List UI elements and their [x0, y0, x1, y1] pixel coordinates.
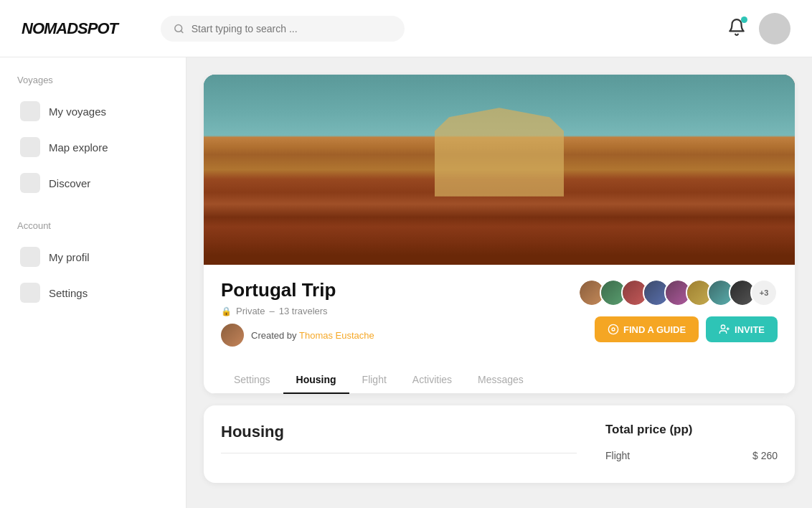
map-explore-icon — [20, 137, 40, 157]
sidebar-label-my-voyages: My voyages — [49, 105, 106, 118]
search-input[interactable] — [192, 23, 392, 34]
discover-icon — [20, 173, 40, 193]
svg-rect-12 — [254, 181, 297, 265]
svg-rect-10 — [204, 175, 795, 265]
svg-point-34 — [608, 324, 618, 334]
svg-rect-8 — [449, 126, 550, 135]
housing-left: Housing — [221, 423, 577, 466]
sidebar: Voyages My voyages Map explore Discover … — [0, 57, 187, 508]
hero-svg — [204, 75, 795, 265]
svg-rect-22 — [723, 179, 759, 265]
housing-right: Total price (pp) Flight $ 260 — [605, 423, 778, 466]
find-guide-button[interactable]: FIND A GUIDE — [595, 316, 699, 342]
creator-name[interactable]: Thomas Eustache — [299, 330, 374, 341]
sidebar-item-my-voyages[interactable]: My voyages — [11, 94, 174, 128]
svg-rect-19 — [611, 188, 651, 265]
voyages-title: Voyages — [11, 75, 174, 85]
profil-icon — [20, 247, 40, 267]
svg-point-33 — [494, 151, 505, 163]
layout: Voyages My voyages Map explore Discover … — [0, 57, 812, 508]
svg-rect-11 — [204, 186, 261, 265]
header: NOMADSPOT — [0, 0, 812, 57]
search-icon — [174, 23, 184, 34]
trip-privacy: Private — [236, 306, 265, 316]
lock-icon: 🔒 — [221, 306, 232, 316]
sidebar-label-settings: Settings — [49, 287, 88, 299]
svg-rect-18 — [571, 182, 618, 265]
user-avatar[interactable] — [759, 13, 790, 44]
logo: NOMADSPOT — [22, 19, 118, 38]
avatar-more: +3 — [750, 279, 778, 306]
tab-settings[interactable]: Settings — [221, 367, 283, 394]
svg-rect-29 — [586, 193, 592, 200]
sidebar-label-map-explore: Map explore — [49, 141, 108, 154]
svg-rect-27 — [274, 193, 280, 200]
trip-right: +3 FIND A GUIDE — [578, 279, 778, 342]
account-title: Account — [11, 220, 174, 231]
svg-rect-5 — [428, 132, 572, 189]
trip-info: Portugal Trip 🔒 Private – 13 travelers C… — [204, 265, 795, 347]
svg-rect-13 — [291, 189, 326, 265]
svg-rect-26 — [265, 193, 270, 200]
action-buttons: FIND A GUIDE INVITE — [595, 316, 778, 342]
tab-housing[interactable]: Housing — [283, 367, 349, 394]
add-person-icon — [719, 324, 730, 335]
svg-point-36 — [721, 325, 724, 329]
search-bar[interactable] — [161, 16, 405, 42]
tabs: Settings Housing Flight Activities Messa… — [204, 355, 795, 394]
sidebar-item-discover[interactable]: Discover — [11, 166, 174, 200]
svg-rect-6 — [412, 143, 434, 189]
total-price-title: Total price (pp) — [605, 423, 778, 437]
trip-hero-image — [204, 75, 795, 265]
trip-card: Portugal Trip 🔒 Private – 13 travelers C… — [204, 75, 795, 394]
header-actions — [727, 13, 790, 44]
traveler-avatars: +3 — [578, 279, 778, 306]
notification-bell[interactable] — [727, 18, 746, 39]
svg-rect-16 — [395, 181, 427, 265]
svg-rect-21 — [679, 186, 730, 265]
sidebar-label-discover: Discover — [49, 177, 90, 189]
svg-line-1 — [181, 30, 183, 32]
voyages-section: Voyages My voyages Map explore Discover — [11, 75, 174, 200]
svg-rect-20 — [643, 181, 686, 265]
trip-travelers: 13 travelers — [279, 306, 328, 316]
created-by-label: Created by Thomas Eustache — [251, 330, 374, 341]
trip-left: Portugal Trip 🔒 Private – 13 travelers C… — [221, 279, 374, 347]
trip-title: Portugal Trip — [221, 279, 374, 301]
svg-rect-2 — [204, 75, 795, 161]
svg-rect-23 — [752, 189, 795, 265]
tab-flight[interactable]: Flight — [349, 367, 400, 394]
svg-point-4 — [312, 161, 687, 201]
svg-rect-14 — [319, 179, 369, 265]
flight-price: $ 260 — [752, 450, 778, 461]
logo-text: NOMADSPOT — [22, 19, 118, 37]
svg-rect-30 — [651, 189, 656, 197]
compass-icon — [608, 324, 619, 335]
svg-rect-28 — [305, 197, 311, 204]
tab-activities[interactable]: Activities — [400, 367, 465, 394]
creator-row: Created by Thomas Eustache — [221, 324, 374, 347]
sidebar-label-my-profil: My profil — [49, 251, 90, 263]
settings-icon — [20, 283, 40, 303]
trip-separator: – — [269, 306, 274, 316]
svg-rect-7 — [564, 143, 585, 189]
creator-avatar — [221, 324, 244, 347]
svg-point-35 — [612, 328, 615, 331]
trip-meta: 🔒 Private – 13 travelers — [221, 306, 374, 316]
flight-label: Flight — [605, 450, 630, 461]
sidebar-item-my-profil[interactable]: My profil — [11, 240, 174, 274]
svg-rect-3 — [204, 146, 795, 168]
notification-dot — [741, 17, 747, 23]
invite-button[interactable]: INVITE — [706, 316, 778, 342]
svg-rect-15 — [362, 186, 402, 265]
tab-messages[interactable]: Messages — [465, 367, 537, 394]
svg-rect-9 — [460, 118, 539, 128]
sidebar-item-map-explore[interactable]: Map explore — [11, 130, 174, 164]
housing-divider — [221, 453, 577, 453]
housing-title: Housing — [221, 423, 577, 441]
price-row-flight: Flight $ 260 — [605, 446, 778, 466]
housing-section: Housing Total price (pp) Flight $ 260 — [204, 405, 795, 483]
sidebar-item-settings[interactable]: Settings — [11, 276, 174, 310]
my-voyages-icon — [20, 101, 40, 121]
svg-rect-31 — [694, 193, 699, 200]
